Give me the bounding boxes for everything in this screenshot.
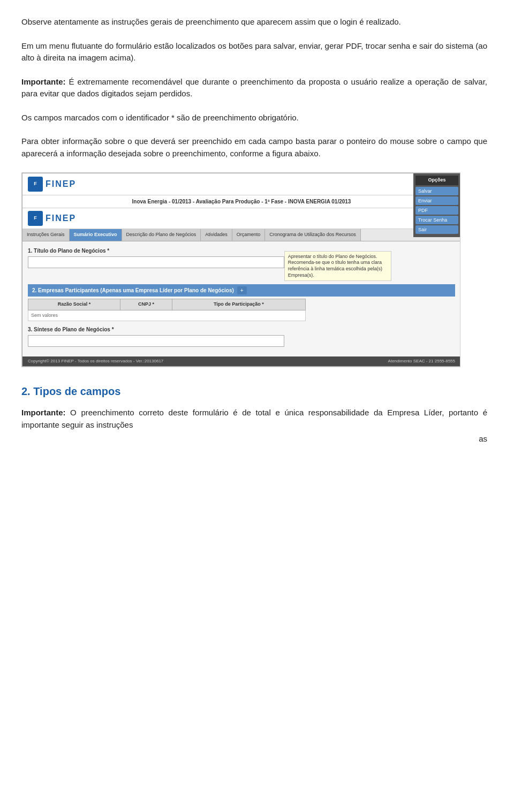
- section-2-header: 2. Empresas Participantes (Apenas uma Em…: [28, 284, 455, 297]
- titulo-plano-input[interactable]: [28, 256, 284, 268]
- bottom-paragraph-end: as: [21, 433, 487, 445]
- finep-logo-top: F FINEP: [28, 177, 76, 192]
- paragraph-2-text: Em um menu flutuante do formulário estão…: [21, 40, 487, 64]
- tab-orcamento[interactable]: Orçamento: [232, 229, 266, 241]
- tab-cronograma[interactable]: Cronograma de Utilização dos Recursos: [265, 229, 361, 241]
- finep-second-logo-bar: F FINEP: [22, 208, 460, 229]
- tab-sumario[interactable]: Sumário Executivo: [70, 229, 122, 241]
- finep-logo-icon: F: [28, 177, 43, 192]
- section-number: 2.: [21, 385, 31, 397]
- options-title: Opções: [415, 176, 458, 185]
- empresas-table: Razão Social * CNPJ * Tipo de Participaç…: [28, 299, 306, 321]
- col-tipo-participacao: Tipo de Participação *: [172, 299, 306, 310]
- paragraph-1: Observe atentamente as instruções gerais…: [21, 16, 487, 28]
- pdf-button[interactable]: PDF: [415, 206, 458, 215]
- section-title-text: Tipos de campos: [33, 385, 120, 397]
- table-empty-row: Sem valores: [28, 310, 306, 321]
- bottom-paragraph-body: O preenchimento correto deste formulário…: [21, 408, 487, 429]
- bottom-paragraph: Importante: O preenchimento correto dest…: [21, 407, 487, 445]
- tab-descricao[interactable]: Descrição do Plano de Negócios: [122, 229, 201, 241]
- tab-instrucoes[interactable]: Instruções Gerais: [22, 229, 70, 241]
- finep-title-bar: Inova Energia - 01/2013 - Avaliação Para…: [22, 195, 460, 208]
- salvar-button[interactable]: Salvar: [415, 187, 458, 195]
- table-empty-cell: Sem valores: [28, 310, 306, 321]
- bottom-paragraph-text: Importante: O preenchimento correto dest…: [21, 407, 487, 431]
- tooltip-titulo: Apresentar o título do Plano de Negócios…: [284, 251, 391, 282]
- col-razao-social: Razão Social *: [28, 299, 120, 310]
- finep-header: F FINEP Opções Salvar Enviar PDF Trocar …: [22, 173, 460, 195]
- section-2-title: 2. Tipos de campos: [21, 383, 487, 399]
- paragraph-5: Para obter informação sobre o que deverá…: [21, 135, 487, 160]
- options-panel: Opções Salvar Enviar PDF Trocar Senha Sa…: [413, 173, 460, 237]
- section-2-label: 2. Empresas Participantes (Apenas uma Em…: [32, 286, 234, 294]
- important-label-1: Importante:: [21, 77, 66, 86]
- paragraph-4-text: Os campos marcados com o identificador *…: [21, 112, 487, 124]
- paragraph-4: Os campos marcados com o identificador *…: [21, 112, 487, 124]
- important-label-2: Importante:: [21, 408, 66, 417]
- footer-copyright: Copyright© 2013 FINEP - Todos os direito…: [28, 358, 163, 365]
- finep-nav-tabs: Instruções Gerais Sumário Executivo Desc…: [22, 229, 460, 241]
- sair-button[interactable]: Sair: [415, 225, 458, 234]
- sintese-plano-input[interactable]: [28, 335, 284, 347]
- finep-form-content: 1. Título do Plano de Negócios * Apresen…: [22, 241, 460, 357]
- finep-form-ui: F FINEP Opções Salvar Enviar PDF Trocar …: [22, 173, 460, 367]
- tab-atividades[interactable]: Atividades: [201, 229, 232, 241]
- finep-logo-text-top: FINEP: [46, 178, 76, 191]
- footer-atendimento: Atendimento SEAC - 21 2555-8555: [388, 358, 455, 365]
- field-1-row: Apresentar o título do Plano de Negócios…: [28, 256, 455, 282]
- paragraph-3: Importante: É extremamente recomendável …: [21, 76, 487, 100]
- enviar-button[interactable]: Enviar: [415, 196, 458, 205]
- paragraph-3-body: É extremamente recomendável que durante …: [21, 77, 487, 98]
- paragraph-2: Em um menu flutuante do formulário estão…: [21, 40, 487, 64]
- add-empresa-button[interactable]: +: [237, 286, 247, 294]
- paragraph-5-text: Para obter informação sobre o que deverá…: [21, 135, 487, 160]
- paragraph-3-text: Importante: É extremamente recomendável …: [21, 76, 487, 100]
- finep-footer: Copyright© 2013 FINEP - Todos os direito…: [22, 356, 460, 366]
- finep-screenshot: F FINEP Opções Salvar Enviar PDF Trocar …: [21, 172, 460, 367]
- trocar-senha-button[interactable]: Trocar Senha: [415, 216, 458, 224]
- col-cnpj: CNPJ *: [120, 299, 172, 310]
- finep-logo-text-2: FINEP: [46, 212, 76, 225]
- paragraph-1-text: Observe atentamente as instruções gerais…: [21, 16, 487, 28]
- field-3-label: 3. Síntese do Plano de Negócios *: [28, 325, 455, 333]
- finep-logo-icon-2: F: [28, 211, 43, 226]
